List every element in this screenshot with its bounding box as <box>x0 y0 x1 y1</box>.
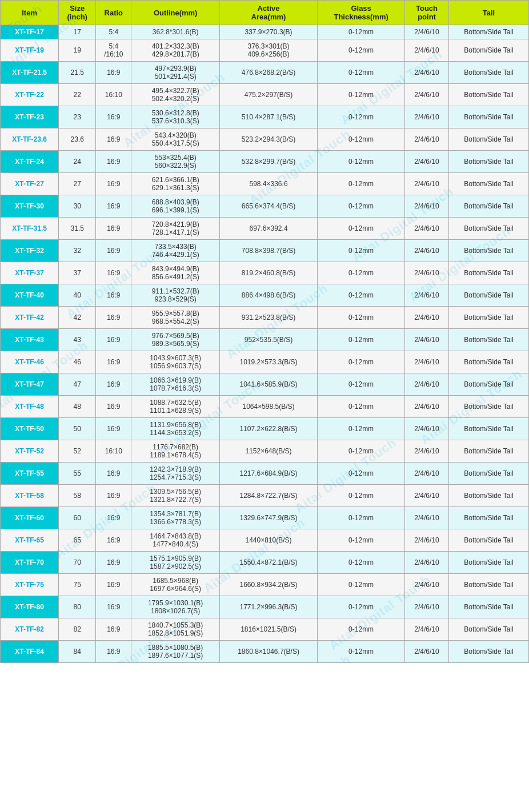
cell-touch: 2/4/6/10 <box>405 529 449 552</box>
cell-glass: 0-12mm <box>318 507 405 529</box>
cell-active: 708.8×398.7(B/S) <box>219 240 317 262</box>
cell-touch: 2/4/6/10 <box>405 39 449 62</box>
cell-size: 23 <box>59 106 96 128</box>
cell-active: 1660.8×934.2(B/S) <box>219 574 317 596</box>
cell-ratio: 16:9 <box>96 62 131 84</box>
table-row: XT-TF-19195:4/16:10401.2×332.3(B)429.8×2… <box>1 39 529 62</box>
cell-outline: 543.4×320(B)550.4×317.5(S) <box>131 128 220 151</box>
table-row: XT-TF-373716:9843.9×494.9(B)856.6×491.2(… <box>1 262 529 284</box>
product-table: Item Size(inch) Ratio Outline(mm) Active… <box>0 0 529 663</box>
cell-ratio: 16:9 <box>96 618 131 641</box>
cell-item: XT-TF-46 <box>1 351 59 373</box>
cell-ratio: 16:9 <box>96 106 131 128</box>
cell-item: XT-TF-17 <box>1 25 59 39</box>
cell-active: 1816×1021.5(B/S) <box>219 618 317 641</box>
cell-outline: 1885.5×1080.5(B)1897.6×1077.1(S) <box>131 641 220 663</box>
cell-outline: 1043.9×607.3(B)1056.9×603.7(S) <box>131 351 220 373</box>
cell-size: 27 <box>59 173 96 195</box>
cell-touch: 2/4/6/10 <box>405 574 449 596</box>
col-active: ActiveArea(mm) <box>219 1 317 25</box>
col-glass: GlassThickness(mm) <box>318 1 405 25</box>
table-row: XT-TF-828216:91840.7×1055.3(B)1852.8×105… <box>1 618 529 641</box>
cell-size: 52 <box>59 440 96 463</box>
cell-ratio: 16:9 <box>96 329 131 351</box>
cell-active: 1440×810(B/S) <box>219 529 317 552</box>
cell-glass: 0-12mm <box>318 485 405 507</box>
cell-tail: Bottom/Side Tail <box>448 641 528 663</box>
cell-item: XT-TF-27 <box>1 173 59 195</box>
table-row: XT-TF-17175:4362.8*301.6(B)337.9×270.3(B… <box>1 25 529 39</box>
cell-tail: Bottom/Side Tail <box>448 440 528 463</box>
cell-tail: Bottom/Side Tail <box>448 128 528 151</box>
cell-item: XT-TF-19 <box>1 39 59 62</box>
cell-size: 84 <box>59 641 96 663</box>
table-row: XT-TF-31.531.516:9720.8×421.9(B)728.1×41… <box>1 218 529 240</box>
cell-glass: 0-12mm <box>318 373 405 396</box>
cell-glass: 0-12mm <box>318 618 405 641</box>
cell-outline: 1685.5×968(B)1697.6×964.6(S) <box>131 574 220 596</box>
cell-size: 23.6 <box>59 128 96 151</box>
cell-tail: Bottom/Side Tail <box>448 307 528 329</box>
col-touch: Touchpoint <box>405 1 449 25</box>
cell-touch: 2/4/6/10 <box>405 485 449 507</box>
cell-active: 1041.6×585.9(B/S) <box>219 373 317 396</box>
cell-outline: 843.9×494.9(B)856.6×491.2(S) <box>131 262 220 284</box>
table-row: XT-TF-707016:91575.1×905.9(B)1587.2×902.… <box>1 552 529 574</box>
cell-size: 75 <box>59 574 96 596</box>
table-row: XT-TF-222216:10495.4×322.7(B)502.4×320.2… <box>1 84 529 106</box>
cell-active: 1064×598.5(B/S) <box>219 396 317 418</box>
cell-touch: 2/4/6/10 <box>405 596 449 618</box>
cell-glass: 0-12mm <box>318 307 405 329</box>
cell-ratio: 16:9 <box>96 463 131 485</box>
cell-item: XT-TF-60 <box>1 507 59 529</box>
cell-glass: 0-12mm <box>318 151 405 173</box>
cell-touch: 2/4/6/10 <box>405 641 449 663</box>
cell-glass: 0-12mm <box>318 552 405 574</box>
cell-active: 952×535.5(B/S) <box>219 329 317 351</box>
cell-size: 60 <box>59 507 96 529</box>
cell-tail: Bottom/Side Tail <box>448 25 528 39</box>
cell-tail: Bottom/Side Tail <box>448 173 528 195</box>
cell-active: 1329.6×747.9(B/S) <box>219 507 317 529</box>
cell-size: 65 <box>59 529 96 552</box>
cell-item: XT-TF-40 <box>1 284 59 307</box>
cell-glass: 0-12mm <box>318 284 405 307</box>
cell-ratio: 16:9 <box>96 574 131 596</box>
table-row: XT-TF-434316:9976.7×569.5(B)989.3×565.9(… <box>1 329 529 351</box>
cell-tail: Bottom/Side Tail <box>448 618 528 641</box>
table-row: XT-TF-23.623.616:9543.4×320(B)550.4×317.… <box>1 128 529 151</box>
cell-glass: 0-12mm <box>318 84 405 106</box>
cell-glass: 0-12mm <box>318 106 405 128</box>
cell-active: 475.2×297(B/S) <box>219 84 317 106</box>
cell-ratio: 16:9 <box>96 195 131 218</box>
cell-item: XT-TF-84 <box>1 641 59 663</box>
cell-active: 337.9×270.3(B) <box>219 25 317 39</box>
cell-size: 50 <box>59 418 96 440</box>
cell-touch: 2/4/6/10 <box>405 440 449 463</box>
cell-tail: Bottom/Side Tail <box>448 284 528 307</box>
cell-active: 697.6×392.4 <box>219 218 317 240</box>
cell-outline: 1131.9×656.8(B)1144.3×653.2(S) <box>131 418 220 440</box>
cell-size: 31.5 <box>59 218 96 240</box>
cell-item: XT-TF-82 <box>1 618 59 641</box>
table-row: XT-TF-656516:91464.7×843.8(B)1477×840.4(… <box>1 529 529 552</box>
cell-glass: 0-12mm <box>318 39 405 62</box>
cell-glass: 0-12mm <box>318 195 405 218</box>
col-size: Size(inch) <box>59 1 96 25</box>
col-item: Item <box>1 1 59 25</box>
cell-size: 48 <box>59 396 96 418</box>
cell-item: XT-TF-32 <box>1 240 59 262</box>
cell-outline: 1088.7×632.5(B)1101.1×628.9(S) <box>131 396 220 418</box>
cell-outline: 362.8*301.6(B) <box>131 25 220 39</box>
cell-tail: Bottom/Side Tail <box>448 84 528 106</box>
cell-outline: 1575.1×905.9(B)1587.2×902.5(S) <box>131 552 220 574</box>
cell-tail: Bottom/Side Tail <box>448 351 528 373</box>
cell-size: 42 <box>59 307 96 329</box>
cell-size: 43 <box>59 329 96 351</box>
cell-glass: 0-12mm <box>318 240 405 262</box>
cell-size: 55 <box>59 463 96 485</box>
cell-size: 58 <box>59 485 96 507</box>
cell-outline: 733.5×433(B)746.4×429.1(S) <box>131 240 220 262</box>
cell-item: XT-TF-30 <box>1 195 59 218</box>
table-row: XT-TF-808016:91795.9×1030.1(B)1808×1026.… <box>1 596 529 618</box>
